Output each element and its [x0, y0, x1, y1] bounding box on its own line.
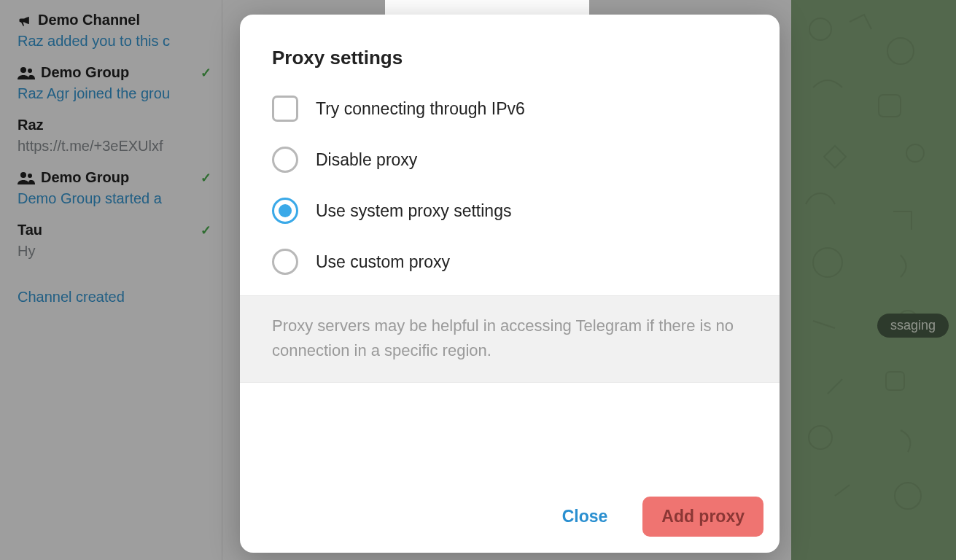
option-label: Try connecting through IPv6	[316, 99, 525, 119]
radio-icon-selected[interactable]	[272, 198, 298, 224]
ipv6-option[interactable]: Try connecting through IPv6	[272, 96, 747, 122]
disable-proxy-option[interactable]: Disable proxy	[272, 147, 747, 173]
dialog-title: Proxy settings	[272, 47, 747, 69]
radio-icon[interactable]	[272, 147, 298, 173]
radio-icon[interactable]	[272, 249, 298, 275]
checkbox-icon[interactable]	[272, 96, 298, 122]
proxy-settings-dialog: Proxy settings Try connecting through IP…	[240, 15, 780, 553]
option-label: Disable proxy	[316, 150, 417, 170]
close-button[interactable]: Close	[543, 497, 627, 537]
add-proxy-button[interactable]: Add proxy	[642, 497, 763, 537]
system-proxy-option[interactable]: Use system proxy settings	[272, 198, 747, 224]
dialog-footer: Close Add proxy	[240, 486, 780, 553]
option-label: Use custom proxy	[316, 252, 450, 272]
info-text: Proxy servers may be helpful in accessin…	[240, 295, 780, 383]
custom-proxy-option[interactable]: Use custom proxy	[272, 249, 747, 275]
option-label: Use system proxy settings	[316, 201, 511, 221]
